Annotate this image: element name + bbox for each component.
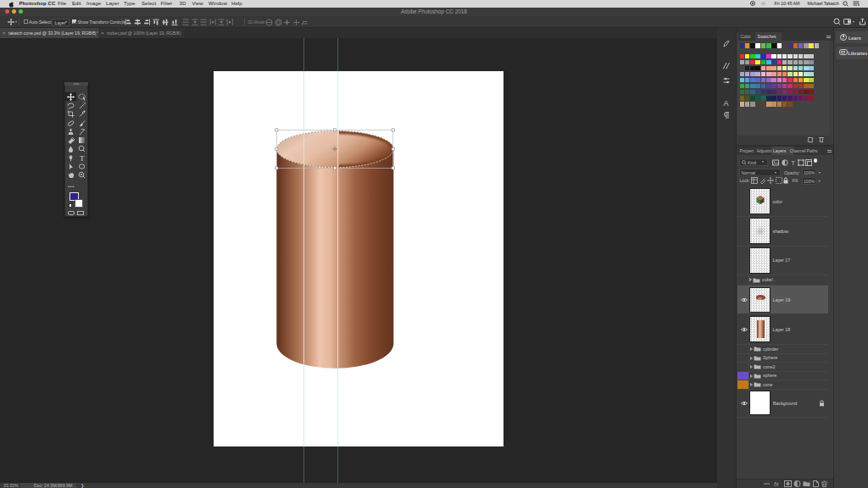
svg-text:T: T [80,154,85,162]
svg-text:fx: fx [774,480,779,487]
svg-text:A: A [724,99,729,108]
svg-text:T: T [791,159,795,166]
